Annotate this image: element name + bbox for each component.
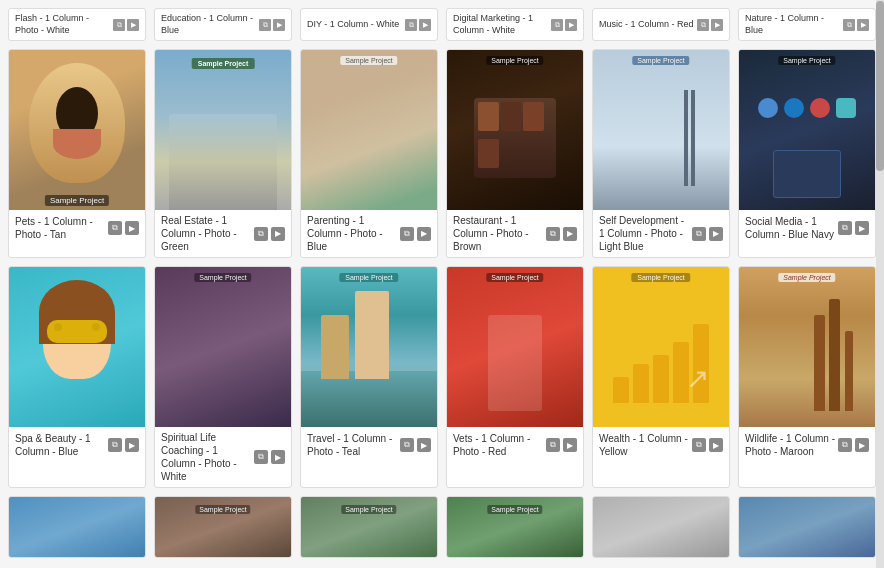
- template-card-vets[interactable]: Sample Project Vets - 1 Column - Photo -…: [446, 266, 584, 488]
- copy-icon[interactable]: ⧉: [546, 227, 560, 241]
- copy-icon[interactable]: ⧉: [405, 19, 417, 31]
- card-icons-travel: ⧉ ▶: [400, 438, 431, 452]
- template-card-wildlife[interactable]: Sample Project Wildlife - 1 Column - Pho…: [738, 266, 876, 488]
- card-icons-re: ⧉ ▶: [254, 227, 285, 241]
- thumbnail-wealth: Sample Project ↗: [593, 267, 729, 427]
- card-icons-social: ⧉ ▶: [838, 221, 869, 235]
- thumbnail-parenting: Sample Project: [301, 50, 437, 210]
- template-card-travel[interactable]: Sample Project Travel - 1 Column - Photo…: [300, 266, 438, 488]
- thumbnail-pets: Sample Project: [9, 50, 145, 210]
- card-icons-vets: ⧉ ▶: [546, 438, 577, 452]
- template-card-bottom5[interactable]: [592, 496, 730, 558]
- sample-label-selfdevel: Sample Project: [632, 56, 689, 65]
- copy-icon[interactable]: ⧉: [400, 438, 414, 452]
- thumbnail-bottom4: Sample Project: [447, 497, 583, 557]
- preview-icon[interactable]: ▶: [271, 450, 285, 464]
- card-icons-pets: ⧉ ▶: [108, 221, 139, 235]
- template-card-wealth[interactable]: Sample Project ↗ Wealth - 1 Column - Yel…: [592, 266, 730, 488]
- top-bar-icons: ⧉ ▶: [843, 19, 869, 31]
- thumbnail-bottom3: Sample Project: [301, 497, 437, 557]
- top-bar-item-digital[interactable]: Digital Marketing - 1 Column - White ⧉ ▶: [446, 8, 584, 41]
- preview-icon[interactable]: ▶: [709, 438, 723, 452]
- template-card-restaurant[interactable]: Sample Project Restaurant - 1 Column - P…: [446, 49, 584, 258]
- template-card-bottom2[interactable]: Sample Project: [154, 496, 292, 558]
- card-title-wealth: Wealth - 1 Column - Yellow: [599, 432, 692, 458]
- top-bar-item-nature[interactable]: Nature - 1 Column - Blue ⧉ ▶: [738, 8, 876, 41]
- card-title-wildlife: Wildlife - 1 Column - Photo - Maroon: [745, 432, 838, 458]
- copy-icon[interactable]: ⧉: [838, 438, 852, 452]
- template-card-pets[interactable]: Sample Project Pets - 1 Column - Photo -…: [8, 49, 146, 258]
- preview-icon[interactable]: ▶: [563, 438, 577, 452]
- copy-icon[interactable]: ⧉: [259, 19, 271, 31]
- copy-icon[interactable]: ⧉: [254, 450, 268, 464]
- template-card-bottom6[interactable]: [738, 496, 876, 558]
- preview-icon[interactable]: ▶: [271, 227, 285, 241]
- card-title-travel: Travel - 1 Column - Photo - Teal: [307, 432, 400, 458]
- card-footer-spiritual: Spiritual Life Coaching - 1 Column - Pho…: [155, 427, 291, 487]
- copy-icon[interactable]: ⧉: [546, 438, 560, 452]
- top-bar-icons: ⧉ ▶: [113, 19, 139, 31]
- template-card-parenting[interactable]: Sample Project Parenting - 1 Column - Ph…: [300, 49, 438, 258]
- preview-icon[interactable]: ▶: [563, 227, 577, 241]
- sample-label-travel: Sample Project: [339, 273, 398, 282]
- preview-icon[interactable]: ▶: [125, 438, 139, 452]
- template-card-spa[interactable]: Spa & Beauty - 1 Column - Blue ⧉ ▶: [8, 266, 146, 488]
- copy-icon[interactable]: ⧉: [108, 438, 122, 452]
- card-icons-wealth: ⧉ ▶: [692, 438, 723, 452]
- thumbnail-realestate: Sample Project: [155, 50, 291, 210]
- top-bar-item-music[interactable]: Music - 1 Column - Red ⧉ ▶: [592, 8, 730, 41]
- bottom3-sample-label: Sample Project: [341, 505, 396, 514]
- card-title-restaurant: Restaurant - 1 Column - Photo - Brown: [453, 214, 546, 253]
- preview-icon[interactable]: ▶: [857, 19, 869, 31]
- preview-icon[interactable]: ▶: [419, 19, 431, 31]
- template-card-bottom3[interactable]: Sample Project: [300, 496, 438, 558]
- copy-icon[interactable]: ⧉: [108, 221, 122, 235]
- scroll-thumb[interactable]: [876, 1, 884, 171]
- template-card-selfdevel[interactable]: Sample Project Self Development - 1 Colu…: [592, 49, 730, 258]
- sample-label-pets: Sample Project: [45, 195, 109, 206]
- template-card-realestate[interactable]: Sample Project Real Estate - 1 Column - …: [154, 49, 292, 258]
- card-title-social: Social Media - 1 Column - Blue Navy: [745, 215, 838, 241]
- bottom2-sample-label: Sample Project: [195, 505, 250, 514]
- copy-icon[interactable]: ⧉: [551, 19, 563, 31]
- preview-icon[interactable]: ▶: [711, 19, 723, 31]
- card-footer-wealth: Wealth - 1 Column - Yellow ⧉ ▶: [593, 427, 729, 463]
- top-bar-item-education[interactable]: Education - 1 Column - Blue ⧉ ▶: [154, 8, 292, 41]
- preview-icon[interactable]: ▶: [855, 221, 869, 235]
- preview-icon[interactable]: ▶: [127, 19, 139, 31]
- top-bar-item-flash[interactable]: Flash - 1 Column - Photo - White ⧉ ▶: [8, 8, 146, 41]
- thumbnail-social: Sample Project: [739, 50, 875, 210]
- sample-label-re: Sample Project: [192, 58, 255, 69]
- copy-icon[interactable]: ⧉: [697, 19, 709, 31]
- template-card-spiritual[interactable]: Sample Project Spiritual Life Coaching -…: [154, 266, 292, 488]
- copy-icon[interactable]: ⧉: [692, 438, 706, 452]
- copy-icon[interactable]: ⧉: [113, 19, 125, 31]
- sample-label-spiritual: Sample Project: [194, 273, 251, 282]
- copy-icon[interactable]: ⧉: [254, 227, 268, 241]
- sample-label-parenting: Sample Project: [340, 56, 397, 65]
- top-bar-icons: ⧉ ▶: [405, 19, 431, 31]
- copy-icon[interactable]: ⧉: [843, 19, 855, 31]
- top-bar-item-diy[interactable]: DIY - 1 Column - White ⧉ ▶: [300, 8, 438, 41]
- preview-icon[interactable]: ▶: [417, 227, 431, 241]
- copy-icon[interactable]: ⧉: [400, 227, 414, 241]
- top-bar-title: Education - 1 Column - Blue: [161, 13, 259, 36]
- preview-icon[interactable]: ▶: [565, 19, 577, 31]
- preview-icon[interactable]: ▶: [417, 438, 431, 452]
- template-card-bottom1[interactable]: [8, 496, 146, 558]
- thumbnail-vets: Sample Project: [447, 267, 583, 427]
- sample-label-social: Sample Project: [778, 56, 835, 65]
- copy-icon[interactable]: ⧉: [838, 221, 852, 235]
- thumbnail-spa: [9, 267, 145, 427]
- preview-icon[interactable]: ▶: [125, 221, 139, 235]
- card-footer-travel: Travel - 1 Column - Photo - Teal ⧉ ▶: [301, 427, 437, 463]
- preview-icon[interactable]: ▶: [273, 19, 285, 31]
- card-icons-restaurant: ⧉ ▶: [546, 227, 577, 241]
- copy-icon[interactable]: ⧉: [692, 227, 706, 241]
- scrollbar[interactable]: [876, 0, 884, 558]
- template-card-bottom4[interactable]: Sample Project: [446, 496, 584, 558]
- preview-icon[interactable]: ▶: [709, 227, 723, 241]
- template-card-social[interactable]: Sample Project Social Media - 1 Column -…: [738, 49, 876, 258]
- preview-icon[interactable]: ▶: [855, 438, 869, 452]
- top-bar-icons: ⧉ ▶: [551, 19, 577, 31]
